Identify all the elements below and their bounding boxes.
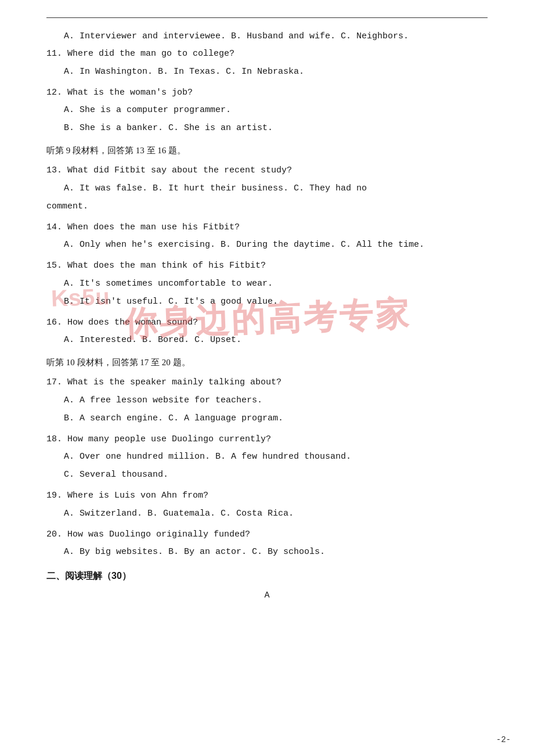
q12-block: 12. What is the woman's job? A. She is a… <box>46 85 488 136</box>
q20-text: 20. How was Duolingo originally funded? <box>46 527 488 542</box>
q12-options-bc: B. She is a banker. C. She is an artist. <box>46 120 488 136</box>
q17-block: 17. What is the speaker mainly talking a… <box>46 375 488 426</box>
q10-options-text: A. Interviewer and interviewee. B. Husba… <box>64 31 409 41</box>
q14-block: 14. When does the man use his Fitbit? A.… <box>46 220 488 253</box>
q16-options: A. Interested. B. Bored. C. Upset. <box>46 332 488 348</box>
q18-options-ab: A. Over one hundred million. B. A few hu… <box>46 449 488 465</box>
q13-options-line2: comment. <box>46 199 488 214</box>
q16-text: 16. How does the woman sound? <box>46 315 488 330</box>
q10-options: A. Interviewer and interviewee. B. Husba… <box>46 28 488 44</box>
page-container: A. Interviewer and interviewee. B. Husba… <box>0 0 534 756</box>
q18-text: 18. How many people use Duolingo current… <box>46 432 488 447</box>
q19-options: A. Switzerland. B. Guatemala. C. Costa R… <box>46 506 488 521</box>
section2-header: 二、阅读理解（30） <box>46 568 488 585</box>
q11-options: A. In Washington. B. In Texas. C. In Neb… <box>46 64 488 80</box>
q14-text: 14. When does the man use his Fitbit? <box>46 220 488 235</box>
q13-options-line1: A. It was false. B. It hurt their busine… <box>46 181 488 196</box>
section10-header: 听第 10 段材料，回答第 17 至 20 题。 <box>46 355 488 370</box>
q17-options-bc: B. A search engine. C. A language progra… <box>46 411 488 426</box>
q15-text: 15. What does the man think of his Fitbi… <box>46 258 488 273</box>
section9-header: 听第 9 段材料，回答第 13 至 16 题。 <box>46 143 488 159</box>
top-divider <box>46 17 488 18</box>
q11-block: 11. Where did the man go to college? A. … <box>46 46 488 80</box>
q20-options: A. By big websites. B. By an actor. C. B… <box>46 544 488 560</box>
q17-text: 17. What is the speaker mainly talking a… <box>46 375 488 390</box>
q15-options-bc: B. It isn't useful. C. It's a good value… <box>46 294 488 309</box>
q18-option-c: C. Several thousand. <box>46 467 488 483</box>
q12-text: 12. What is the woman's job? <box>46 85 488 100</box>
q12-option-a: A. She is a computer programmer. <box>46 102 488 118</box>
q17-option-a: A. A free lesson website for teachers. <box>46 393 488 408</box>
q18-block: 18. How many people use Duolingo current… <box>46 432 488 483</box>
page-number: -2- <box>496 735 511 744</box>
q14-options: A. Only when he's exercising. B. During … <box>46 237 488 253</box>
q19-block: 19. Where is Luis von Ahn from? A. Switz… <box>46 488 488 521</box>
q13-block: 13. What did Fitbit say about the recent… <box>46 163 488 214</box>
q11-text: 11. Where did the man go to college? <box>46 46 488 62</box>
q20-block: 20. How was Duolingo originally funded? … <box>46 527 488 560</box>
center-label-a: A <box>46 591 488 600</box>
q19-text: 19. Where is Luis von Ahn from? <box>46 488 488 503</box>
q15-block: 15. What does the man think of his Fitbi… <box>46 258 488 309</box>
q15-option-a: A. It's sometimes uncomfortable to wear. <box>46 276 488 291</box>
q13-text: 13. What did Fitbit say about the recent… <box>46 163 488 178</box>
q16-block: 16. How does the woman sound? A. Interes… <box>46 315 488 348</box>
